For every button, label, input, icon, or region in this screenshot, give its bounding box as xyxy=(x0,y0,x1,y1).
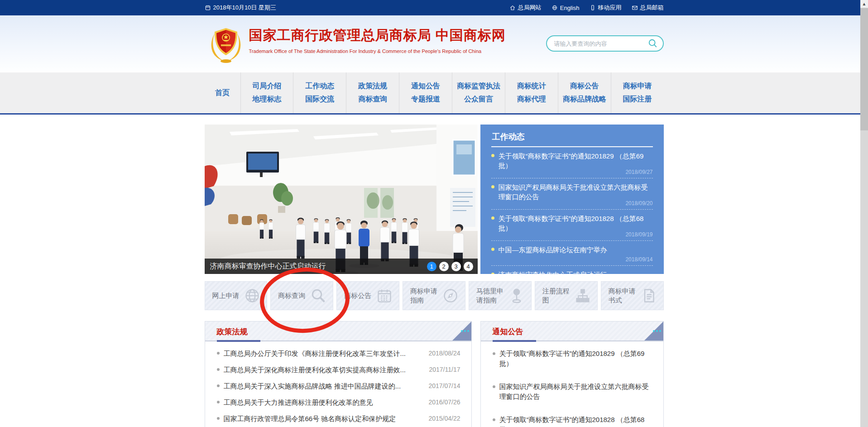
bullet-icon xyxy=(217,401,220,403)
calendar-icon xyxy=(376,288,393,304)
current-date: 2018年10月10日 星期三 xyxy=(205,4,276,12)
search-icon[interactable] xyxy=(647,38,658,49)
nav-label: 首页 xyxy=(215,88,230,98)
nav-label[interactable]: 国际交流 xyxy=(305,95,334,104)
nav-label[interactable]: 商标申请 xyxy=(623,82,652,91)
nav-label[interactable]: 商标代理 xyxy=(517,95,546,104)
quicklink-trademark-gazette[interactable]: 商标公告 xyxy=(336,281,399,310)
quick-links-row: 网上申请 商标查询 商标公告 商标申请指南 马德里申请指南 xyxy=(205,281,664,310)
quicklink-registration-flowchart[interactable]: 注册流程图 xyxy=(535,281,598,310)
globe-icon xyxy=(244,288,260,304)
nav-label[interactable]: 商标公告 xyxy=(570,82,599,91)
pager-dot-3[interactable]: 3 xyxy=(451,262,461,271)
nav-item-application[interactable]: 商标申请 国际注册 xyxy=(611,72,664,113)
top-utility-bar: 2018年10月10日 星期三 总局网站 English 移动应用 xyxy=(0,0,868,15)
nav-label[interactable]: 商标统计 xyxy=(517,82,546,91)
nav-label[interactable]: 通知公告 xyxy=(411,82,440,91)
topbar-link-label: 总局邮箱 xyxy=(640,4,664,12)
quicklink-label: 网上申请 xyxy=(212,291,240,300)
notice-title[interactable]: 通知公告 xyxy=(493,326,523,337)
policy-title[interactable]: 政策法规 xyxy=(217,326,248,337)
policy-item[interactable]: 国家工商行政管理总局令第66号 驰名商标认定和保护规定 2015/04/22 xyxy=(216,412,460,425)
bullet-icon xyxy=(217,352,220,355)
nav-label[interactable]: 专题报道 xyxy=(411,95,440,104)
policy-item[interactable]: 工商总局办公厅关于印发《商标注册便利化改革三年攻坚计... 2018/08/24 xyxy=(216,347,460,360)
site-search xyxy=(546,35,664,52)
policy-item[interactable]: 工商总局关于深化商标注册便利化改革切实提高商标注册效... 2017/11/17 xyxy=(216,363,460,376)
policy-date: 2017/11/17 xyxy=(429,365,460,374)
pager-dot-4[interactable]: 4 xyxy=(464,262,473,271)
work-news-panel: 工作动态 关于领取“商标数字证书”的通知201829 （总第69批） 2018/… xyxy=(480,125,664,274)
nav-label[interactable]: 司局介绍 xyxy=(252,82,281,91)
topbar-link-mailbox[interactable]: 总局邮箱 xyxy=(632,4,664,12)
nav-label[interactable]: 商标监管执法 xyxy=(457,82,500,91)
work-news-item[interactable]: 关于领取“商标数字证书”的通知201829 （总第69批） 2018/09/27 xyxy=(491,147,653,178)
news-carousel[interactable]: 济南商标审查协作中心正式启动运行 1 2 3 4 xyxy=(205,125,478,274)
nav-label[interactable]: 商标查询 xyxy=(358,95,387,104)
quicklink-application-guide[interactable]: 商标申请指南 xyxy=(403,281,465,310)
quicklink-online-application[interactable]: 网上申请 xyxy=(205,281,268,310)
policy-date: 2015/04/22 xyxy=(428,414,460,423)
nav-item-enforcement[interactable]: 商标监管执法 公众留言 xyxy=(452,72,505,113)
policy-text: 工商总局关于大力推进商标注册便利化改革的意见 xyxy=(224,398,373,406)
quicklink-label: 商标查询 xyxy=(278,291,305,300)
nav-item-policy[interactable]: 政策法规 商标查询 xyxy=(346,72,399,113)
title-underline xyxy=(217,340,260,342)
scroll-up-button[interactable]: ▲ xyxy=(860,0,868,8)
main-navigation: 首页 司局介绍 地理标志 工作动态 国际交流 政策法规 商标查询 通知公告 专题… xyxy=(0,72,868,115)
notice-item[interactable]: 国家知识产权局商标局关于批准设立第六批商标受理窗口的公告 xyxy=(492,380,652,403)
quicklink-trademark-search[interactable]: 商标查询 xyxy=(270,281,333,310)
policy-item[interactable]: 工商总局关于深入实施商标品牌战略 推进中国品牌建设的... 2017/07/14 xyxy=(216,379,460,393)
quicklink-label: 商标公告 xyxy=(344,291,371,300)
document-icon xyxy=(641,288,657,304)
ellipsis-icon xyxy=(461,330,469,332)
home-icon xyxy=(509,5,516,11)
work-news-item[interactable]: 济南商标审查协作中心正式启动运行 2018/09/12 xyxy=(491,266,653,274)
nav-label[interactable]: 工作动态 xyxy=(305,82,334,91)
search-input[interactable] xyxy=(554,40,647,47)
nav-label[interactable]: 政策法规 xyxy=(358,82,387,91)
topbar-link-english[interactable]: English xyxy=(551,5,580,11)
work-news-item[interactable]: 中国—东盟商标品牌论坛在南宁举办 2018/09/14 xyxy=(491,241,653,266)
notice-text: 关于领取“商标数字证书”的通知201828 （总第68批） xyxy=(499,416,645,427)
nav-item-notices[interactable]: 通知公告 专题报道 xyxy=(399,72,452,113)
news-text: 济南商标审查协作中心正式启动运行 xyxy=(499,271,607,274)
nav-label[interactable]: 商标品牌战略 xyxy=(563,95,606,104)
work-news-title[interactable]: 工作动态 xyxy=(492,132,525,141)
news-text: 国家知识产权局商标局关于批准设立第六批商标受理窗口的公告 xyxy=(499,183,648,201)
nav-label[interactable]: 国际注册 xyxy=(623,95,652,104)
work-news-item[interactable]: 国家知识产权局商标局关于批准设立第六批商标受理窗口的公告 2018/09/20 xyxy=(491,178,653,210)
topbar-link-label: English xyxy=(560,5,580,11)
globe-icon xyxy=(551,5,558,11)
vertical-scrollbar[interactable]: ▲ xyxy=(860,0,868,427)
scrollbar-thumb[interactable] xyxy=(860,8,868,130)
notice-item[interactable]: 关于领取“商标数字证书”的通知201828 （总第68批） xyxy=(492,413,652,427)
topbar-link-bureau-site[interactable]: 总局网站 xyxy=(509,4,542,12)
quicklink-madrid-guide[interactable]: 马德里申请指南 xyxy=(469,281,532,310)
nav-item-work-news[interactable]: 工作动态 国际交流 xyxy=(293,72,346,113)
quicklink-application-forms[interactable]: 商标申请书式 xyxy=(601,281,664,310)
bullet-icon xyxy=(491,154,494,157)
pager-dot-1[interactable]: 1 xyxy=(427,262,436,271)
policy-text: 国家工商行政管理总局令第66号 驰名商标认定和保护规定 xyxy=(224,415,396,422)
site-header: 国家工商行政管理总局商标局 中国商标网 Trademark Office of … xyxy=(0,15,868,72)
carousel-caption[interactable]: 济南商标审查协作中心正式启动运行 xyxy=(210,262,427,271)
nav-label[interactable]: 地理标志 xyxy=(252,95,281,104)
work-news-item[interactable]: 关于领取“商标数字证书”的通知201828 （总第68批） 2018/09/19 xyxy=(491,210,653,241)
bullet-icon xyxy=(217,384,220,387)
news-date: 2018/09/19 xyxy=(625,230,652,240)
nav-label[interactable]: 公众留言 xyxy=(464,95,493,104)
policy-text: 工商总局关于深入实施商标品牌战略 推进中国品牌建设的... xyxy=(224,382,401,390)
nav-item-bureau-intro[interactable]: 司局介绍 地理标志 xyxy=(241,72,294,113)
notice-item[interactable]: 关于领取“商标数字证书”的通知201829 （总第69批） xyxy=(492,347,652,370)
mobile-icon xyxy=(590,5,596,11)
bullet-icon xyxy=(217,417,220,420)
quicklink-label: 商标申请书式 xyxy=(609,287,641,305)
nav-item-home[interactable]: 首页 xyxy=(205,72,241,113)
quicklink-label: 注册流程图 xyxy=(542,287,575,305)
nav-item-statistics[interactable]: 商标统计 商标代理 xyxy=(505,72,558,113)
nav-item-gazette[interactable]: 商标公告 商标品牌战略 xyxy=(558,72,611,113)
policy-item[interactable]: 工商总局关于大力推进商标注册便利化改革的意见 2016/07/26 xyxy=(216,396,460,409)
topbar-link-mobile-app[interactable]: 移动应用 xyxy=(590,4,622,12)
pager-dot-2[interactable]: 2 xyxy=(439,262,449,271)
